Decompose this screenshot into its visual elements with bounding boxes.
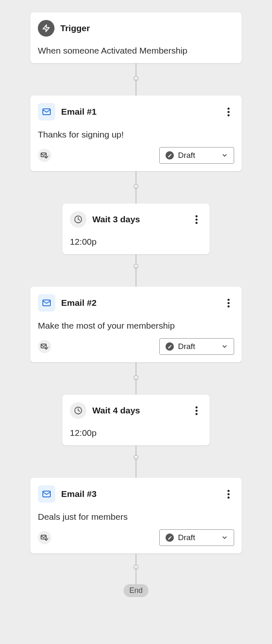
connector [136, 362, 136, 377]
wait-title: Wait 4 days [92, 406, 185, 415]
svg-rect-2 [41, 153, 47, 157]
email-step-card[interactable]: Email #2 Make the most of your membershi… [30, 287, 242, 362]
mail-check-icon [38, 531, 51, 544]
connector [136, 445, 136, 457]
chevron-down-icon [221, 534, 228, 541]
wait-step-card[interactable]: Wait 4 days 12:00p [62, 395, 210, 445]
connector [136, 553, 136, 567]
svg-rect-8 [41, 535, 47, 539]
status-dropdown[interactable]: Draft [159, 529, 234, 546]
wait-step-card[interactable]: Wait 3 days 12:00p [62, 204, 210, 254]
pencil-icon [166, 151, 174, 160]
end-label: End [124, 584, 148, 597]
status-label: Draft [178, 342, 217, 351]
wait-title: Wait 3 days [92, 214, 185, 224]
status-label: Draft [178, 151, 217, 160]
email-title: Email #3 [61, 489, 217, 499]
status-dropdown[interactable]: Draft [159, 338, 234, 355]
wait-time: 12:00p [70, 237, 202, 247]
email-step-card[interactable]: Email #1 Thanks for signing up! Draft [30, 96, 242, 171]
email-subject: Thanks for signing up! [38, 130, 234, 140]
more-menu-button[interactable] [190, 405, 202, 416]
chevron-down-icon [221, 152, 228, 159]
more-menu-button[interactable] [223, 297, 234, 309]
chevron-down-icon [221, 343, 228, 350]
trigger-title: Trigger [60, 23, 234, 33]
status-label: Draft [178, 533, 217, 542]
connector [136, 457, 136, 478]
pencil-icon [166, 342, 174, 351]
wait-time: 12:00p [70, 428, 202, 438]
mail-icon [38, 485, 55, 503]
email-subject: Deals just for members [38, 512, 234, 522]
mail-check-icon [38, 149, 51, 162]
pencil-icon [166, 533, 174, 542]
connector [136, 567, 136, 584]
status-dropdown[interactable]: Draft [159, 147, 234, 164]
connector [136, 78, 136, 96]
connector [136, 254, 136, 266]
connector [136, 266, 136, 287]
svg-rect-5 [41, 344, 47, 348]
email-title: Email #1 [61, 107, 217, 117]
connector [136, 377, 136, 395]
mail-check-icon [38, 340, 51, 353]
email-title: Email #2 [61, 298, 217, 308]
email-step-card[interactable]: Email #3 Deals just for members Draft [30, 478, 242, 553]
mail-icon [38, 103, 55, 120]
more-menu-button[interactable] [190, 214, 202, 225]
mail-icon [38, 294, 55, 312]
clock-icon [70, 211, 87, 228]
svg-marker-0 [43, 25, 49, 32]
more-menu-button[interactable] [223, 488, 234, 500]
connector [136, 186, 136, 204]
connector [136, 63, 136, 78]
clock-icon [70, 402, 87, 419]
email-subject: Make the most of your membership [38, 321, 234, 331]
trigger-card[interactable]: Trigger When someone Activated Membershi… [30, 12, 242, 63]
more-menu-button[interactable] [223, 106, 234, 118]
connector [136, 171, 136, 186]
trigger-description: When someone Activated Membership [38, 46, 234, 56]
lightning-icon [38, 20, 54, 37]
